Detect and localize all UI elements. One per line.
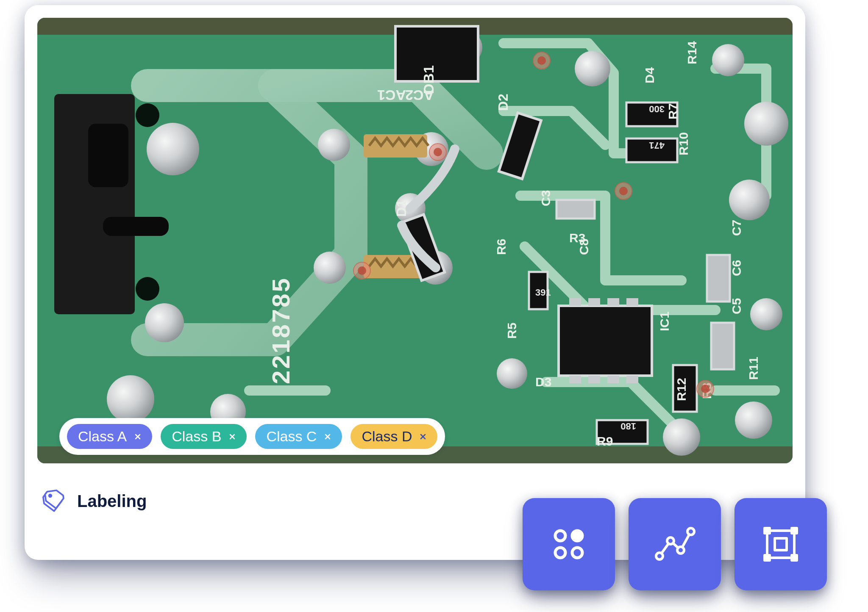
svg-point-25 [136, 103, 159, 127]
tag-bar: Class A Class B Class C Class D [59, 418, 445, 455]
svg-text:R5: R5 [505, 323, 519, 339]
svg-point-17 [744, 102, 788, 146]
tool-dots-button[interactable] [523, 498, 615, 590]
svg-text:R9: R9 [597, 434, 613, 448]
tag-class-d[interactable]: Class D [351, 424, 437, 449]
svg-point-80 [555, 548, 565, 558]
svg-text:C5: C5 [729, 298, 743, 314]
svg-point-21 [735, 402, 772, 439]
svg-point-83 [667, 537, 674, 544]
annotation-dot[interactable] [353, 262, 371, 280]
labeling-card: AC1 AC2 DB1 D2 D1 R5 R6 R3 C3 C8 D3 D4 R… [25, 5, 805, 560]
svg-point-79 [572, 531, 582, 541]
svg-text:C7: C7 [729, 220, 743, 236]
svg-point-22 [314, 252, 346, 284]
svg-text:R12: R12 [674, 378, 688, 401]
tag-class-c[interactable]: Class C [255, 424, 342, 449]
svg-point-20 [663, 418, 700, 456]
pcb-image: AC1 AC2 DB1 D2 D1 R5 R6 R3 C3 C8 D3 D4 R… [37, 18, 793, 463]
svg-text:R11: R11 [746, 357, 760, 380]
svg-text:D1: D1 [394, 199, 409, 217]
svg-text:300: 300 [649, 104, 665, 114]
svg-text:DB1: DB1 [420, 65, 437, 94]
svg-rect-88 [792, 528, 797, 533]
svg-text:2218785: 2218785 [267, 277, 295, 384]
svg-point-78 [555, 531, 565, 541]
svg-rect-90 [792, 555, 797, 560]
close-icon[interactable] [323, 432, 333, 442]
svg-point-85 [687, 528, 694, 535]
close-icon[interactable] [227, 432, 237, 442]
svg-point-7 [145, 303, 184, 342]
image-area[interactable]: AC1 AC2 DB1 D2 D1 R5 R6 R3 C3 C8 D3 D4 R… [37, 18, 793, 463]
svg-point-82 [656, 553, 663, 559]
svg-rect-86 [767, 531, 794, 558]
svg-text:R6: R6 [494, 239, 508, 255]
svg-text:C3: C3 [539, 190, 553, 206]
annotation-dot[interactable] [533, 52, 551, 69]
svg-rect-89 [765, 555, 770, 560]
svg-point-16 [712, 44, 744, 76]
svg-rect-4 [88, 124, 128, 187]
svg-rect-32 [559, 306, 652, 376]
svg-rect-35 [607, 298, 619, 306]
close-icon[interactable] [133, 432, 143, 442]
tag-icon [42, 489, 65, 513]
svg-point-15 [575, 51, 610, 86]
svg-point-6 [147, 123, 199, 175]
svg-rect-38 [588, 376, 600, 383]
svg-point-10 [318, 129, 350, 161]
tag-label: Class D [362, 428, 412, 445]
svg-point-84 [677, 547, 684, 554]
svg-point-81 [572, 548, 582, 558]
tag-class-b[interactable]: Class B [161, 424, 247, 449]
svg-rect-33 [569, 298, 581, 306]
svg-text:R14: R14 [685, 41, 699, 64]
svg-rect-29 [395, 26, 478, 81]
tag-label: Class A [78, 428, 127, 445]
svg-text:C6: C6 [729, 260, 743, 276]
svg-rect-5 [103, 217, 169, 236]
tag-label: Class C [266, 428, 317, 445]
svg-rect-37 [569, 376, 581, 383]
tool-strip [523, 498, 827, 590]
svg-rect-48 [711, 323, 734, 369]
svg-rect-87 [765, 528, 770, 533]
close-icon[interactable] [418, 432, 428, 442]
svg-text:471: 471 [649, 140, 665, 151]
svg-text:D3: D3 [535, 375, 551, 389]
svg-rect-47 [707, 255, 730, 302]
svg-text:R10: R10 [676, 132, 690, 155]
svg-point-18 [729, 180, 770, 220]
svg-text:D2: D2 [495, 94, 511, 111]
svg-rect-36 [626, 298, 638, 306]
tool-boundingbox-button[interactable] [734, 498, 827, 590]
svg-text:IC1: IC1 [657, 311, 671, 331]
svg-text:C8: C8 [577, 239, 591, 255]
svg-rect-34 [588, 298, 600, 306]
svg-text:391: 391 [535, 287, 551, 298]
annotation-dot[interactable] [696, 380, 714, 398]
svg-point-26 [136, 277, 159, 301]
tool-polyline-button[interactable] [629, 498, 721, 590]
svg-text:AC1: AC1 [377, 87, 406, 103]
tag-class-a[interactable]: Class A [67, 424, 152, 449]
svg-text:D4: D4 [643, 67, 657, 83]
annotation-dot[interactable] [615, 182, 632, 200]
svg-point-24 [497, 358, 527, 389]
svg-rect-39 [607, 376, 619, 383]
svg-point-19 [750, 298, 782, 330]
svg-point-8 [107, 375, 154, 423]
tag-label: Class B [172, 428, 221, 445]
svg-rect-91 [775, 538, 787, 550]
svg-rect-42 [556, 200, 595, 219]
svg-text:180: 180 [620, 421, 636, 432]
annotation-dot[interactable] [429, 143, 447, 161]
svg-text:R7: R7 [666, 103, 680, 119]
svg-point-77 [49, 494, 51, 497]
labeling-title: Labeling [77, 492, 147, 511]
svg-rect-40 [626, 376, 638, 383]
